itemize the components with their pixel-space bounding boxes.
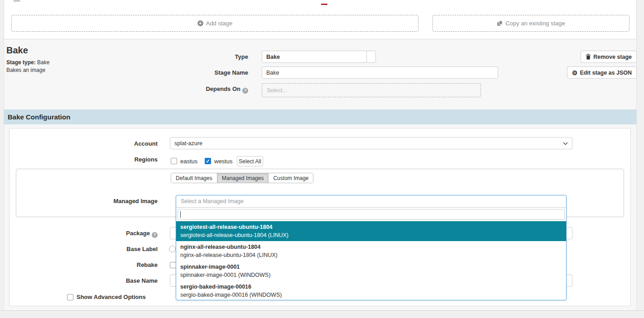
account-value: splat-azure bbox=[174, 140, 202, 147]
dropdown-option[interactable]: sergio-baked-image-00016 sergio-baked-im… bbox=[176, 281, 566, 301]
account-select[interactable]: splat-azure bbox=[170, 137, 572, 149]
copy-existing-stage-button[interactable]: Copy an existing stage bbox=[433, 15, 630, 32]
type-dropdown-toggle[interactable] bbox=[366, 51, 376, 63]
pipeline-config-page: + Add stage Copy an existing stage Bake … bbox=[0, 0, 644, 318]
edit-stage-json-button[interactable]: ⚙ Edit stage as JSON bbox=[567, 66, 637, 79]
remove-stage-button[interactable]: Remove stage bbox=[581, 51, 637, 63]
type-label: Type bbox=[181, 53, 248, 60]
check-icon: ✓ bbox=[206, 158, 210, 164]
copy-stage-label: Copy an existing stage bbox=[505, 20, 565, 27]
image-source-tabs: Default Images Managed Images Custom Ima… bbox=[171, 173, 313, 183]
stage-name-input[interactable]: Bake bbox=[262, 66, 498, 79]
depends-on-label: Depends On? bbox=[181, 85, 248, 94]
question-icon[interactable]: ? bbox=[152, 232, 158, 238]
show-advanced-options-label[interactable]: Show Advanced Options bbox=[77, 294, 146, 300]
region-label-westus[interactable]: westus bbox=[214, 158, 232, 165]
chevron-down-icon bbox=[563, 142, 568, 145]
managed-image-select[interactable]: Select a Managed Image bbox=[176, 195, 566, 208]
edit-json-label: Edit stage as JSON bbox=[580, 70, 632, 76]
region-label-eastus[interactable]: eastus bbox=[180, 158, 197, 165]
bake-configuration-header: Bake Configuration bbox=[4, 109, 637, 124]
dropdown-option[interactable]: spinnaker-image-0001 spinnaker-image-000… bbox=[176, 261, 566, 281]
region-checkbox-westus[interactable]: ✓ bbox=[205, 158, 211, 164]
dropdown-option[interactable]: nginx-all-release-ubuntu-1804 nginx-all-… bbox=[176, 241, 566, 261]
managed-image-dropdown: Select a Managed Image sergiotest-all-re… bbox=[176, 195, 567, 300]
add-stage-label: Add stage bbox=[206, 20, 233, 27]
base-name-label: Base Name bbox=[91, 277, 158, 284]
copy-icon bbox=[497, 20, 503, 26]
tab-default-images[interactable]: Default Images bbox=[171, 173, 217, 183]
page-bottom-divider bbox=[0, 310, 644, 311]
text-cursor bbox=[180, 211, 181, 218]
stage-name-value: Bake bbox=[266, 70, 279, 76]
stage-title: Bake bbox=[6, 45, 28, 56]
show-advanced-options-checkbox[interactable] bbox=[67, 294, 73, 300]
account-label: Account bbox=[91, 140, 158, 147]
plus-circle-icon: + bbox=[197, 20, 203, 26]
dropdown-option[interactable]: sergiotest-all-release-ubuntu-1804 sergi… bbox=[176, 221, 566, 241]
stage-type-value: Bake bbox=[37, 59, 49, 66]
add-stage-button[interactable]: + Add stage bbox=[11, 15, 418, 32]
depends-on-select[interactable]: Select... bbox=[262, 83, 481, 97]
gear-icon: ⚙ bbox=[572, 70, 578, 76]
tab-managed-images[interactable]: Managed Images bbox=[217, 173, 269, 183]
package-label: Package? bbox=[91, 230, 158, 238]
stage-description: Bakes an image bbox=[6, 67, 45, 73]
stage-type-label: Stage type: bbox=[6, 59, 36, 66]
rebake-checkbox[interactable] bbox=[170, 262, 176, 268]
select-all-regions-button[interactable]: Select All bbox=[237, 156, 263, 166]
stage-error-fragment bbox=[321, 4, 327, 5]
stage-name-label: Stage Name bbox=[181, 69, 248, 76]
stage-type-line: Stage type: Bake bbox=[6, 59, 49, 66]
remove-stage-label: Remove stage bbox=[593, 54, 632, 60]
section-title: Bake Configuration bbox=[8, 113, 70, 121]
trash-icon bbox=[586, 54, 591, 60]
region-checkbox-eastus[interactable] bbox=[171, 158, 177, 164]
type-value: Bake bbox=[266, 54, 280, 60]
managed-image-placeholder: Select a Managed Image bbox=[181, 198, 244, 204]
type-input[interactable]: Bake bbox=[262, 51, 367, 63]
stage-node-fragment bbox=[14, 0, 20, 2]
depends-on-placeholder: Select... bbox=[267, 87, 287, 94]
managed-image-search-input[interactable] bbox=[178, 209, 565, 220]
base-label-radio[interactable] bbox=[169, 246, 176, 252]
base-label-label: Base Label bbox=[91, 246, 158, 252]
question-icon[interactable]: ? bbox=[242, 88, 248, 94]
regions-label: Regions bbox=[91, 156, 158, 163]
managed-image-label: Managed Image bbox=[91, 198, 158, 204]
rebake-label: Rebake bbox=[91, 261, 158, 268]
tab-custom-image[interactable]: Custom Image bbox=[269, 173, 313, 183]
